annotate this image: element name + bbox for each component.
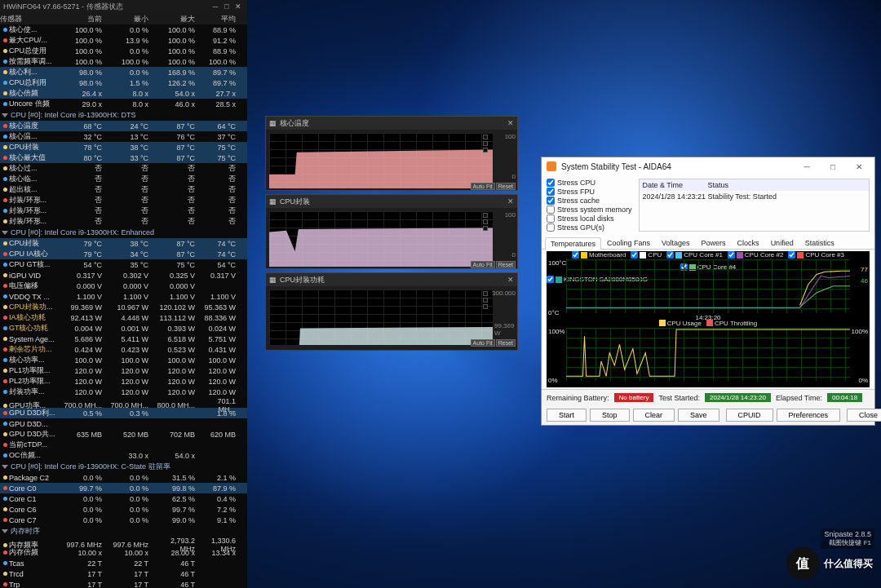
sensor-row[interactable]: 按需频率调...100.0 %100.0 %100.0 %100.0 %: [0, 56, 247, 67]
sensor-row[interactable]: Core C70.0 %0.0 %99.0 %9.1 %: [0, 515, 247, 525]
stress-checkbox[interactable]: Stress system memory: [547, 206, 632, 214]
sensor-row[interactable]: 超出核...否否否否: [0, 184, 247, 195]
start-button[interactable]: Start: [547, 409, 587, 422]
sensor-row[interactable]: System Age...5.686 W5.411 W6.518 W5.751 …: [0, 334, 247, 344]
save-button[interactable]: Save: [678, 409, 719, 422]
tab-powers[interactable]: Powers: [696, 237, 732, 249]
sensor-row[interactable]: 电压偏移0.000 V0.000 V0.000 V: [0, 281, 247, 291]
chevron-down-icon: [2, 529, 8, 533]
sensor-row[interactable]: OC倍频...33.0 x54.0 x: [0, 450, 247, 461]
sensor-row[interactable]: 封装/环形...否否否否: [0, 216, 247, 227]
graph-titlebar[interactable]: ▦核心温度✕: [266, 117, 517, 130]
maximize-icon[interactable]: □: [221, 2, 232, 11]
sensor-row[interactable]: Tcas22 T22 T46 T: [0, 558, 247, 568]
sensor-row[interactable]: Core C60.0 %0.0 %99.7 %7.2 %: [0, 504, 247, 515]
sensor-row[interactable]: GPU功率...700.0 MH...700.0 MH...800.0 MH..…: [0, 397, 247, 408]
sensor-row[interactable]: 剩余芯片功...0.424 W0.423 W0.523 W0.431 W: [0, 344, 247, 355]
sensor-row[interactable]: GPU D3D...: [0, 418, 247, 429]
graph-panel[interactable]: ▦CPU封装✕1000Auto FitReset: [265, 194, 518, 269]
sensor-row[interactable]: CPU封装功...99.369 W10.967 W120.102 W95.363…: [0, 302, 247, 312]
sensor-row[interactable]: PL1功率限...120.0 W120.0 W120.0 W120.0 W: [0, 365, 247, 376]
graph-panel[interactable]: ▦CPU封装功耗✕300.00099.369 WAuto FitReset: [265, 272, 518, 351]
sensor-row[interactable]: GPU D3D利...0.5 %0.3 %1.8 %: [0, 408, 247, 418]
close-icon[interactable]: ✕: [507, 197, 514, 206]
reset-button[interactable]: Reset: [496, 339, 516, 347]
sensor-row[interactable]: CPU GT核...54 °C35 °C75 °C54 °C: [0, 259, 247, 270]
reset-button[interactable]: Reset: [496, 261, 516, 268]
stress-checkbox[interactable]: Stress FPU: [547, 188, 632, 196]
sensor-row[interactable]: PL2功率限...120.0 W120.0 W120.0 W120.0 W: [0, 376, 247, 387]
sensor-row[interactable]: 核心利...98.0 %0.0 %168.9 %89.7 %: [0, 67, 247, 77]
stress-checkbox[interactable]: Stress cache: [547, 197, 632, 205]
preferences-button[interactable]: Preferences: [777, 409, 841, 422]
autofit-button[interactable]: Auto Fit: [471, 339, 495, 347]
sensor-row[interactable]: iGPU VID0.317 V0.302 V0.325 V0.317 V: [0, 270, 247, 281]
sensor-row[interactable]: CPU IA核心79 °C34 °C87 °C74 °C: [0, 249, 247, 259]
sensor-row[interactable]: 核心倍频26.4 x8.0 x54.0 x27.7 x: [0, 88, 247, 99]
maximize-icon[interactable]: □: [822, 162, 843, 171]
sensor-row[interactable]: IA核心功耗92.413 W4.448 W113.112 W88.336 W: [0, 312, 247, 323]
autofit-button[interactable]: Auto Fit: [471, 183, 495, 190]
stress-checkbox[interactable]: Stress GPU(s): [547, 223, 632, 232]
sensor-row[interactable]: 核心临...否否否否: [0, 174, 247, 184]
sensor-row[interactable]: 内存倍频10.00 x10.00 x28.00 x13.34 x: [0, 547, 247, 558]
sensor-row[interactable]: 核心过...否否否否: [0, 163, 247, 174]
sensor-row[interactable]: Core C099.7 %0.0 %99.8 %87.9 %: [0, 483, 247, 493]
sensor-row[interactable]: Trcd17 T17 T46 T: [0, 568, 247, 579]
close-button[interactable]: Close: [847, 409, 881, 422]
sensor-group[interactable]: CPU [#0]: Intel Core i9-13900HX: C-State…: [0, 461, 247, 472]
sensor-row[interactable]: CPU封装78 °C38 °C87 °C75 °C: [0, 142, 247, 153]
reset-button[interactable]: Reset: [496, 183, 516, 190]
sensor-group[interactable]: 内存时序: [0, 525, 247, 537]
sensor-row[interactable]: CPU封装79 °C38 °C87 °C74 °C: [0, 238, 247, 249]
sensor-group[interactable]: CPU [#0]: Intel Core i9-13900HX: DTS: [0, 109, 247, 121]
smzdm-watermark: 值 什么值得买: [786, 547, 873, 580]
close-icon[interactable]: ✕: [507, 276, 514, 284]
autofit-button[interactable]: Auto Fit: [471, 261, 495, 268]
hwinfo-body[interactable]: 核心使...100.0 %0.0 %100.0 %88.9 %最大CPU/...…: [0, 24, 247, 588]
graph-panel[interactable]: ▦核心温度✕1000Auto FitReset: [265, 116, 518, 191]
sensor-group[interactable]: CPU [#0]: Intel Core i9-13900HX: Enhance…: [0, 227, 247, 238]
tab-cooling-fans[interactable]: Cooling Fans: [601, 237, 656, 249]
sensor-row[interactable]: 核心温度68 °C24 °C87 °C64 °C: [0, 121, 247, 131]
sensor-row[interactable]: Core C10.0 %0.0 %62.5 %0.4 %: [0, 493, 247, 504]
sensor-row[interactable]: 核心使...100.0 %0.0 %100.0 %88.9 %: [0, 24, 247, 35]
sensor-row[interactable]: 封装/环形...否否否否: [0, 206, 247, 216]
close-icon[interactable]: ✕: [848, 162, 870, 171]
sensor-row[interactable]: 核心最大值80 °C33 °C87 °C75 °C: [0, 153, 247, 163]
close-icon[interactable]: ✕: [507, 119, 514, 127]
minimize-icon[interactable]: ─: [210, 2, 221, 11]
sensor-row[interactable]: 封装/环形...否否否否: [0, 195, 247, 206]
sensor-row[interactable]: Trp17 T17 T46 T: [0, 579, 247, 588]
tab-unified[interactable]: Unified: [765, 237, 799, 249]
sensor-row[interactable]: VDDQ TX ...1.100 V1.100 V1.100 V1.100 V: [0, 291, 247, 302]
graph-titlebar[interactable]: ▦CPU封装功耗✕: [266, 273, 517, 286]
tab-clocks[interactable]: Clocks: [732, 237, 765, 249]
sensor-row[interactable]: Package C20.0 %0.0 %31.5 %2.1 %: [0, 472, 247, 483]
sensor-row[interactable]: 核心温...32 °C13 °C76 °C37 °C: [0, 131, 247, 142]
sensor-row[interactable]: CPU总利用98.0 %1.5 %126.2 %89.7 %: [0, 77, 247, 88]
sensor-row[interactable]: 内存频率997.6 MHz997.6 MHz2,793.2 MHz1,330.6…: [0, 537, 247, 547]
hwinfo-titlebar[interactable]: HWiNFO64 v7.66-5271 - 传感器状态 ─ □ ✕: [0, 0, 247, 13]
aida64-titlebar[interactable]: System Stability Test - AIDA64 ─ □ ✕: [542, 157, 874, 175]
close-icon[interactable]: ✕: [232, 2, 244, 11]
tab-statistics[interactable]: Statistics: [799, 237, 840, 249]
stop-button[interactable]: Stop: [590, 409, 630, 422]
stress-checkbox[interactable]: Stress local disks: [547, 214, 632, 223]
sensor-row[interactable]: 最大CPU/...100.0 %13.9 %100.0 %91.2 %: [0, 35, 247, 46]
clear-button[interactable]: Clear: [633, 409, 675, 422]
sensor-row[interactable]: Uncore 倍频29.0 x8.0 x46.0 x28.5 x: [0, 99, 247, 109]
sensor-row[interactable]: GT核心功耗0.004 W0.001 W0.393 W0.024 W: [0, 323, 247, 334]
sensor-row[interactable]: 封装功率...120.0 W120.0 W120.0 W120.0 W: [0, 387, 247, 397]
minimize-icon[interactable]: ─: [796, 162, 817, 171]
cpuid-button[interactable]: CPUID: [726, 409, 773, 422]
graph-titlebar[interactable]: ▦CPU封装✕: [266, 195, 517, 208]
stress-checkbox[interactable]: Stress CPU: [547, 179, 632, 187]
tab-temperatures[interactable]: Temperatures: [545, 237, 601, 250]
sensor-row[interactable]: 核心功率...100.0 W100.0 W100.0 W100.0 W: [0, 355, 247, 365]
tab-voltages[interactable]: Voltages: [656, 237, 696, 249]
aida-status-bar: Remaining Battery: No battery Test Start…: [542, 389, 874, 405]
sensor-row[interactable]: 当前cTDP...: [0, 440, 247, 450]
sensor-row[interactable]: GPU D3D共...635 MB520 MB702 MB620 MB: [0, 429, 247, 440]
sensor-row[interactable]: CPU总使用100.0 %0.0 %100.0 %88.9 %: [0, 46, 247, 56]
